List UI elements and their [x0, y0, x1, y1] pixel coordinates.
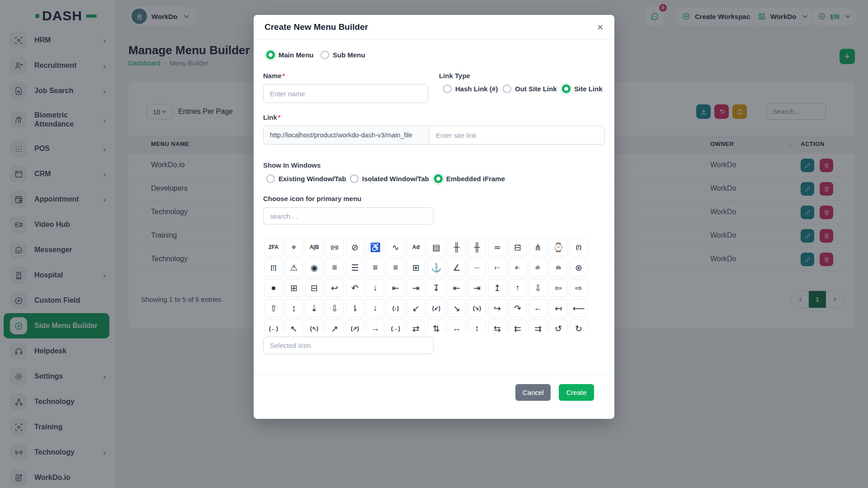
icon-arrow-up-right-circle[interactable]: (↗) — [346, 319, 364, 332]
radio-out-site-link[interactable]: Out Site Link — [503, 84, 557, 93]
icon-arrows-right[interactable]: ⇉ — [529, 319, 547, 332]
icon-angle[interactable]: ∠ — [448, 258, 466, 277]
icon-arrow-big-right[interactable]: ⇨ — [570, 279, 588, 297]
icon-arrow-rotate-right[interactable]: ↻ — [570, 319, 588, 332]
icon-apple[interactable]: ● — [264, 279, 283, 297]
icon-apps[interactable]: ⊞ — [285, 279, 303, 297]
radio-isolated-window-tab[interactable]: Isolated Window/Tab — [350, 174, 429, 183]
icon-aerial-lift[interactable]: ⊟ — [509, 238, 527, 256]
icon-arrow-left-square[interactable]: (←) — [264, 319, 283, 332]
icon-access-point-off[interactable]: ⊘ — [346, 238, 364, 256]
icon-ad-2[interactable]: ▤ — [427, 238, 445, 256]
radio-embedded-iframe[interactable]: Embedded iFrame — [434, 174, 505, 183]
radio-main-menu[interactable]: Main Menu — [266, 51, 314, 59]
icon-arrow-big-up[interactable]: ⇧ — [264, 299, 283, 317]
icon-arrow-forward[interactable]: ↪ — [488, 299, 506, 317]
icon-ambulance[interactable]: ⊞ — [407, 258, 425, 277]
radio-button-icon[interactable] — [562, 84, 571, 93]
icon-align-left[interactable]: ≡ — [366, 258, 384, 277]
icon-arrow-left-circle[interactable]: ⟵ — [570, 299, 588, 317]
icon-antenna-bars-1[interactable]: ∙∙∙∙ — [468, 258, 486, 277]
icon-align-right[interactable]: ≡ — [387, 258, 405, 277]
icon-arrow-bar-to-up[interactable]: ↥ — [488, 279, 506, 297]
close-icon[interactable]: ✕ — [595, 22, 605, 33]
icon-arrow-down[interactable]: ↓ — [366, 299, 384, 317]
icon-arrow-bottom-tail[interactable]: ⇂ — [346, 299, 364, 317]
icon-search-input[interactable] — [263, 207, 434, 225]
radio-existing-window-tab[interactable]: Existing Window/Tab — [266, 174, 346, 183]
icon-arrow-right-circle[interactable]: (→) — [387, 319, 405, 332]
icon-arrow-up-right[interactable]: ↗ — [326, 319, 344, 332]
icon-alert-triangle[interactable]: ⚠ — [285, 258, 303, 277]
icon-arrow-down-right[interactable]: ↘ — [448, 299, 466, 317]
icon-arrow-up-left[interactable]: ↖ — [285, 319, 303, 332]
radio-button-icon[interactable] — [266, 51, 275, 59]
icon-arrows-exchange[interactable]: ⇄ — [407, 319, 425, 332]
icon-arrow-bottom-circle[interactable]: ⇣ — [305, 299, 323, 317]
icon-arrows-horizontal[interactable]: ↔ — [448, 319, 466, 332]
radio-button-icon[interactable] — [266, 174, 275, 183]
cancel-button[interactable]: Cancel — [515, 384, 551, 401]
icon-arrow-bottom-bar[interactable]: ↨ — [285, 299, 303, 317]
icon-antenna-bars-4[interactable]: ıll∙ — [529, 258, 547, 277]
icon-arrow-bar-down[interactable]: ↓ — [366, 279, 384, 297]
icon-antenna-bars-3[interactable]: ıl∙∙ — [509, 258, 527, 277]
icon-alert-circle[interactable]: (!) — [570, 238, 588, 256]
icon-align-justified[interactable]: ☰ — [346, 258, 364, 277]
icon-arrow-big-left[interactable]: ⇦ — [549, 279, 567, 297]
icon-arrow-big-down[interactable]: ⇩ — [529, 279, 547, 297]
radio-button-icon[interactable] — [434, 174, 443, 183]
icon-activity[interactable]: ∿ — [387, 238, 405, 256]
icon-arrows-exchange-2[interactable]: ⇅ — [427, 319, 445, 332]
icon-arrow-down-left-circle[interactable]: (↙) — [427, 299, 445, 317]
radio-hash-link-[interactable]: Hash Link (#) — [443, 84, 498, 93]
icon-arrow-right[interactable]: → — [366, 319, 384, 332]
name-input[interactable] — [263, 84, 428, 103]
icon-arrow-back[interactable]: ↩ — [326, 279, 344, 297]
radio-button-icon[interactable] — [443, 84, 452, 93]
icon-arrow-bar-up[interactable]: ↑ — [509, 279, 527, 297]
icon-2fa[interactable]: 2FA — [264, 238, 283, 256]
icon-arrow-down-right-circle[interactable]: (↘) — [468, 299, 486, 317]
radio-sub-menu[interactable]: Sub Menu — [321, 51, 365, 59]
icon-a-b[interactable]: A|B — [305, 238, 323, 256]
icon-arrow-bar-to-right[interactable]: ⇥ — [468, 279, 486, 297]
icon-affiliate[interactable]: ⋔ — [529, 238, 547, 256]
icon-alarm[interactable]: ⌚ — [549, 238, 567, 256]
icon-antenna-bars-2[interactable]: ı∙∙∙ — [488, 258, 506, 277]
create-button[interactable]: Create — [559, 384, 594, 401]
icon-arrow-left[interactable]: ← — [529, 299, 547, 317]
icon-arrow-bottom-square[interactable]: ⇩ — [326, 299, 344, 317]
icon-archive[interactable]: ⊟ — [305, 279, 323, 297]
icon-arrow-bar-to-left[interactable]: ⇤ — [448, 279, 466, 297]
radio-button-icon[interactable] — [321, 51, 329, 59]
icon-accessible[interactable]: ♿ — [366, 238, 384, 256]
icon-alien[interactable]: ◉ — [305, 258, 323, 277]
icon-arrows-left[interactable]: ⇇ — [509, 319, 527, 332]
radio-button-icon[interactable] — [350, 174, 359, 183]
icon-access-point[interactable]: ((•)) — [326, 238, 344, 256]
icon-arrow-forward-up[interactable]: ↷ — [509, 299, 527, 317]
icon-align-center[interactable]: ≡ — [326, 258, 344, 277]
icon-arrow-down-circle[interactable]: (↓) — [387, 299, 405, 317]
icon-alert-octagon[interactable]: [!] — [264, 258, 283, 277]
radio-site-link[interactable]: Site Link — [562, 84, 603, 93]
icon-arrows-vertical[interactable]: ↕ — [468, 319, 486, 332]
icon-arrow-down-left[interactable]: ↙ — [407, 299, 425, 317]
icon-antenna-bars-5[interactable]: ıllı — [549, 258, 567, 277]
icon-arrow-rotate-left[interactable]: ↺ — [549, 319, 567, 332]
icon-adjustments[interactable]: ╫ — [448, 238, 466, 256]
radio-button-icon[interactable] — [503, 84, 511, 93]
icon-arrows-left-right[interactable]: ⇆ — [488, 319, 506, 332]
icon-adjustments-alt[interactable]: ╫ — [468, 238, 486, 256]
icon-arrow-bar-to-down[interactable]: ↧ — [427, 279, 445, 297]
site-link-input[interactable] — [429, 126, 604, 144]
icon-adjustments-horizontal[interactable]: ≂ — [488, 238, 506, 256]
icon-arrow-bar-right[interactable]: ⇥ — [407, 279, 425, 297]
icon-focus-2[interactable]: ⌖ — [285, 238, 303, 256]
icon-arrow-bar-left[interactable]: ⇤ — [387, 279, 405, 297]
icon-aperture[interactable]: ⊛ — [570, 258, 588, 277]
icon-anchor[interactable]: ⚓ — [427, 258, 445, 277]
selected-icon-input[interactable] — [263, 337, 434, 354]
icon-arrow-left-bar[interactable]: ↤ — [549, 299, 567, 317]
